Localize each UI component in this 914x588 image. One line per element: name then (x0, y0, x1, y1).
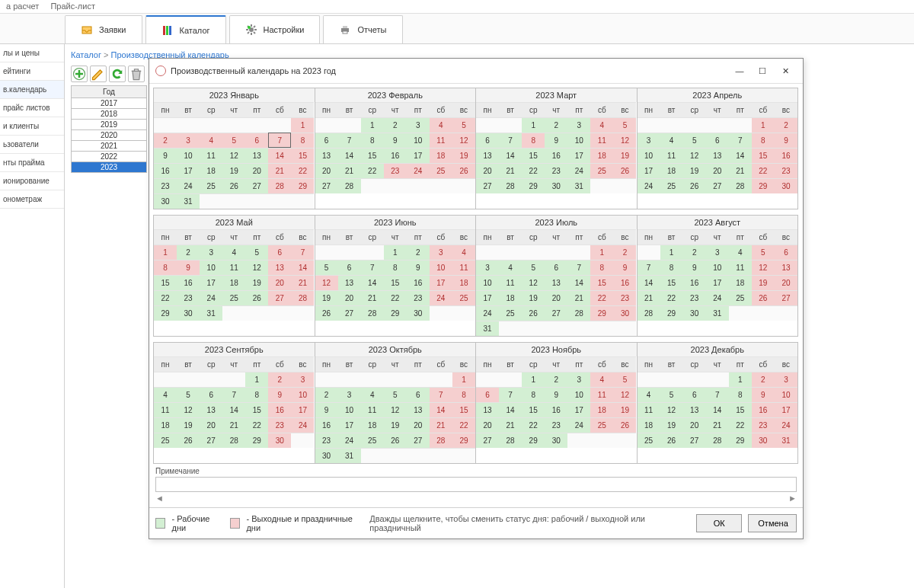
day-cell[interactable]: 11 (430, 133, 452, 148)
day-cell[interactable]: 5 (452, 117, 475, 133)
day-cell[interactable]: 3 (200, 244, 222, 260)
day-cell[interactable]: 6 (315, 133, 338, 148)
day-cell[interactable]: 16 (613, 275, 636, 290)
day-cell[interactable]: 17 (200, 275, 222, 290)
day-cell[interactable]: 9 (775, 133, 797, 148)
day-cell[interactable]: 19 (683, 163, 706, 178)
day-cell[interactable]: 7 (268, 133, 291, 148)
day-cell[interactable]: 30 (154, 193, 177, 209)
day-cell[interactable]: 26 (245, 290, 268, 305)
day-cell[interactable]: 9 (315, 402, 338, 417)
day-cell[interactable]: 19 (245, 275, 268, 290)
day-cell[interactable]: 22 (522, 417, 545, 433)
day-cell[interactable]: 10 (706, 260, 729, 275)
day-cell[interactable]: 5 (522, 260, 545, 275)
day-cell[interactable]: 11 (452, 260, 475, 275)
day-cell[interactable]: 2 (545, 372, 567, 387)
day-cell[interactable]: 1 (452, 372, 475, 387)
day-cell[interactable]: 23 (775, 163, 797, 178)
day-cell[interactable]: 19 (613, 148, 636, 163)
day-cell[interactable]: 6 (683, 387, 706, 402)
day-cell[interactable]: 6 (200, 387, 222, 402)
day-cell[interactable]: 30 (545, 433, 567, 448)
day-cell[interactable]: 22 (752, 163, 775, 178)
day-cell[interactable]: 4 (452, 244, 475, 260)
day-cell[interactable]: 17 (706, 275, 729, 290)
day-cell[interactable]: 31 (567, 178, 590, 193)
sidebar-item[interactable]: в.календарь (0, 81, 64, 99)
day-cell[interactable]: 17 (430, 275, 452, 290)
day-cell[interactable]: 19 (660, 417, 683, 433)
day-cell[interactable]: 23 (154, 178, 177, 193)
day-cell[interactable]: 15 (384, 275, 407, 290)
day-cell[interactable]: 25 (154, 433, 177, 448)
day-cell[interactable]: 12 (384, 402, 407, 417)
day-cell[interactable]: 13 (338, 275, 361, 290)
day-cell[interactable]: 19 (522, 290, 545, 305)
day-cell[interactable]: 22 (291, 163, 314, 178)
day-cell[interactable]: 10 (638, 148, 660, 163)
day-cell[interactable]: 13 (706, 148, 729, 163)
day-cell[interactable]: 9 (177, 260, 200, 275)
day-cell[interactable]: 27 (338, 305, 361, 321)
day-cell[interactable]: 25 (452, 290, 475, 305)
day-cell[interactable]: 28 (222, 433, 245, 448)
sidebar-item[interactable]: ьзователи (0, 136, 64, 154)
day-cell[interactable]: 4 (154, 387, 177, 402)
day-cell[interactable]: 14 (706, 402, 729, 417)
day-cell[interactable]: 20 (683, 417, 706, 433)
day-cell[interactable]: 20 (338, 290, 361, 305)
day-cell[interactable]: 16 (407, 275, 430, 290)
day-cell[interactable]: 8 (291, 133, 314, 148)
day-cell[interactable]: 4 (590, 372, 613, 387)
day-cell[interactable]: 15 (522, 402, 545, 417)
day-cell[interactable]: 3 (567, 372, 590, 387)
day-cell[interactable]: 13 (476, 148, 499, 163)
day-cell[interactable]: 25 (660, 178, 683, 193)
day-cell[interactable]: 20 (476, 417, 499, 433)
day-cell[interactable]: 30 (545, 178, 567, 193)
day-cell[interactable]: 3 (430, 244, 452, 260)
day-cell[interactable]: 1 (660, 244, 683, 260)
day-cell[interactable]: 29 (522, 178, 545, 193)
minimize-button[interactable]: — (728, 62, 751, 79)
day-cell[interactable]: 4 (361, 387, 384, 402)
day-cell[interactable]: 23 (683, 290, 706, 305)
day-cell[interactable]: 30 (752, 433, 775, 448)
day-cell[interactable]: 12 (683, 148, 706, 163)
day-cell[interactable]: 29 (245, 433, 268, 448)
day-cell[interactable]: 15 (452, 402, 475, 417)
day-cell[interactable]: 29 (660, 305, 683, 321)
year-item[interactable]: 2021 (71, 141, 147, 152)
day-cell[interactable]: 20 (476, 163, 499, 178)
sidebar-item[interactable]: онометраж (0, 190, 64, 209)
day-cell[interactable]: 21 (499, 417, 522, 433)
day-cell[interactable]: 11 (590, 133, 613, 148)
day-cell[interactable]: 4 (499, 260, 522, 275)
day-cell[interactable]: 18 (430, 148, 452, 163)
day-cell[interactable]: 13 (200, 402, 222, 417)
day-cell[interactable]: 5 (222, 133, 245, 148)
day-cell[interactable]: 3 (567, 117, 590, 133)
day-cell[interactable]: 29 (729, 433, 752, 448)
day-cell[interactable]: 5 (245, 244, 268, 260)
day-cell[interactable]: 31 (200, 305, 222, 321)
day-cell[interactable]: 24 (775, 417, 797, 433)
day-cell[interactable]: 9 (154, 148, 177, 163)
ok-button[interactable]: ОК (696, 514, 742, 532)
day-cell[interactable]: 13 (315, 148, 338, 163)
day-cell[interactable]: 1 (590, 244, 613, 260)
day-cell[interactable]: 5 (660, 387, 683, 402)
day-cell[interactable]: 4 (638, 387, 660, 402)
day-cell[interactable]: 18 (590, 148, 613, 163)
day-cell[interactable]: 23 (384, 163, 407, 178)
day-cell[interactable]: 11 (499, 275, 522, 290)
day-cell[interactable]: 28 (729, 178, 752, 193)
day-cell[interactable]: 2 (177, 244, 200, 260)
day-cell[interactable]: 15 (660, 275, 683, 290)
day-cell[interactable]: 1 (522, 117, 545, 133)
day-cell[interactable]: 25 (361, 433, 384, 448)
day-cell[interactable]: 11 (200, 148, 222, 163)
day-cell[interactable]: 14 (361, 275, 384, 290)
day-cell[interactable]: 24 (291, 417, 314, 433)
